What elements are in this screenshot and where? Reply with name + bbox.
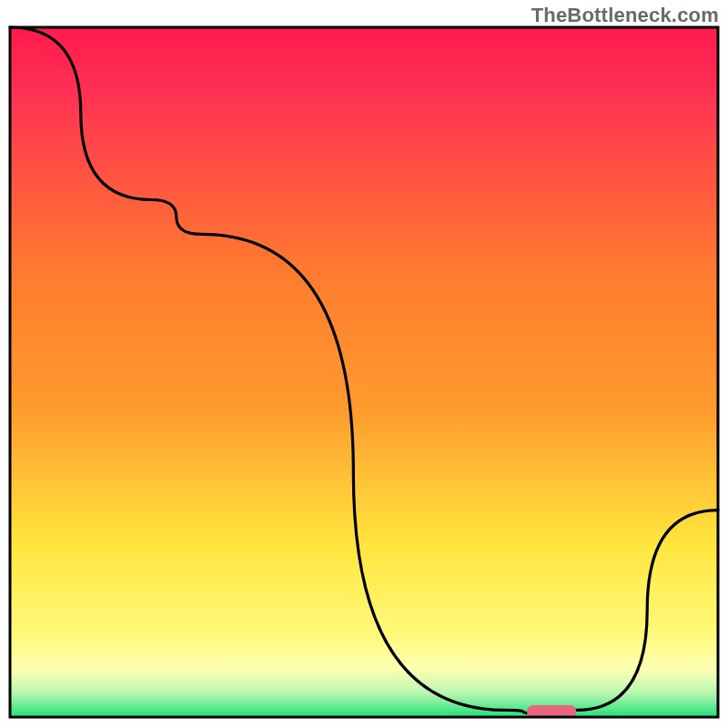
bottleneck-chart: TheBottleneck.com [0, 0, 728, 728]
watermark-label: TheBottleneck.com [531, 4, 719, 27]
chart-svg [0, 0, 728, 728]
svg-rect-0 [10, 27, 718, 717]
